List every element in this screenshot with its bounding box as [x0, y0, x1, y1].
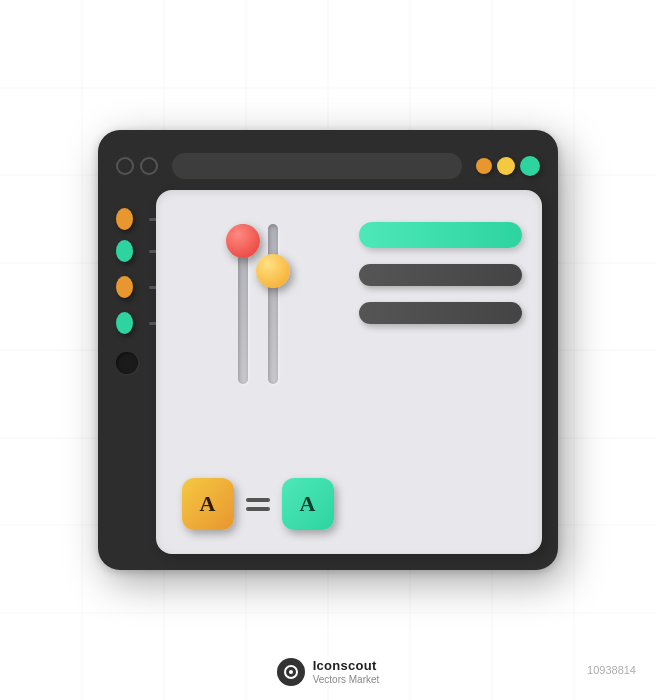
brand-iconscout-label: Iconscout: [313, 659, 380, 673]
text-button-orange: A: [182, 478, 234, 530]
dot-yellow: [497, 157, 515, 175]
list-bar-dark-2: [359, 302, 522, 324]
text-button-green: A: [282, 478, 334, 530]
text-buttons-row: A A: [176, 478, 339, 530]
dot-orange: [476, 158, 492, 174]
slider-knob-red: [226, 224, 260, 258]
svg-point-15: [289, 670, 293, 674]
eq-line-1: [246, 498, 270, 502]
list-bar-green: [359, 222, 522, 248]
item-id-badge: 10938814: [587, 664, 636, 676]
browser-window: A A: [98, 130, 558, 570]
url-bar: [172, 153, 462, 179]
slider-1: [238, 214, 248, 384]
sidebar-dot-4: [116, 312, 133, 334]
branding-bar: Iconscout Vectors Market 10938814: [0, 658, 656, 686]
topbar-dots: [476, 156, 540, 176]
slider-2: [268, 214, 278, 384]
sliders-row: [176, 214, 339, 394]
slider-track-2: [268, 224, 278, 384]
circle-btn-1: [116, 157, 134, 175]
circle-btn-2: [140, 157, 158, 175]
eq-line-2: [246, 507, 270, 511]
equals-icon: [246, 498, 270, 511]
browser-topbar: [116, 148, 540, 184]
slider-knob-yellow: [256, 254, 290, 288]
list-bar-dark-1: [359, 264, 522, 286]
brand-vectors-label: Vectors Market: [313, 674, 380, 685]
scene-container: A A: [0, 0, 656, 700]
main-panel: A A: [156, 190, 542, 554]
brand-text-area: Iconscout Vectors Market: [313, 659, 380, 684]
list-area: [359, 214, 522, 530]
sidebar-dot-3: [116, 276, 133, 298]
sidebar-dot-1: [116, 208, 133, 230]
sidebar-dot-2: [116, 240, 133, 262]
left-sidebar: [116, 200, 158, 552]
sliders-area: A A: [176, 214, 339, 530]
dot-green: [520, 156, 540, 176]
sidebar-dot-5: [116, 352, 138, 374]
iconscout-logo-icon: [277, 658, 305, 686]
topbar-circles: [116, 157, 158, 175]
